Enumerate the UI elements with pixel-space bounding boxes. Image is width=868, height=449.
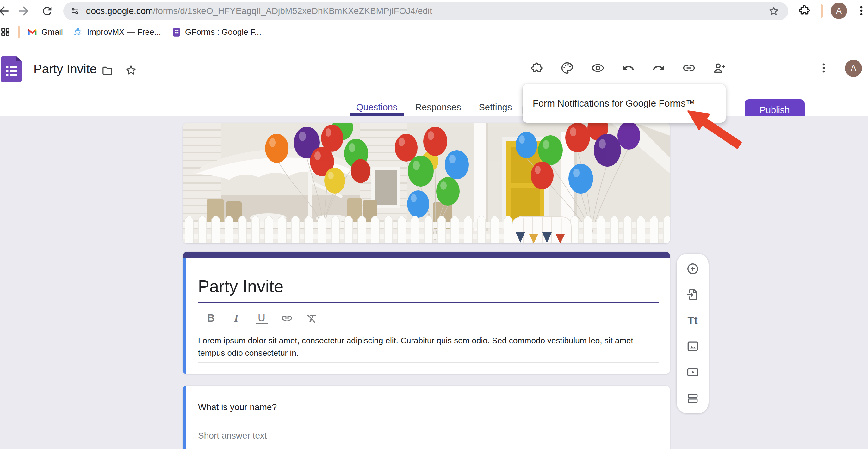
url-domain: docs.google.com (86, 6, 153, 16)
extensions-icon[interactable] (798, 3, 811, 18)
browser-toolbar: docs.google.com/forms/d/1skeO_HFYEagqIl_… (0, 0, 868, 22)
bookmark-gmail[interactable]: Gmail (27, 22, 63, 42)
forward-icon[interactable] (17, 4, 31, 18)
url-text: docs.google.com/forms/d/1skeO_HFYEagqIl_… (86, 6, 767, 16)
browser-menu-icon[interactable] (855, 4, 868, 18)
question-title[interactable]: What is your name? (198, 402, 277, 412)
account-avatar[interactable]: A (845, 60, 862, 77)
annotation-arrow-icon (680, 105, 747, 153)
format-toolbar: B I U (205, 311, 318, 325)
refresh-icon[interactable] (40, 4, 54, 18)
share-person-add-icon[interactable] (713, 61, 726, 75)
add-image-icon[interactable] (686, 339, 700, 353)
add-question-icon[interactable] (686, 262, 700, 276)
apps-grid-icon[interactable] (1, 27, 10, 37)
screen: docs.google.com/forms/d/1skeO_HFYEagqIl_… (0, 0, 868, 449)
short-answer-placeholder: Short answer text (198, 431, 267, 441)
undo-icon[interactable] (621, 61, 635, 75)
tab-responses[interactable]: Responses (414, 98, 462, 116)
card-theme-bar (183, 252, 670, 258)
selected-card-stripe (183, 386, 186, 449)
tune-icon[interactable] (70, 5, 81, 17)
url-path: /forms/d/1skeO_HFYEagqIl_ADjbM52xeDhKBmK… (153, 6, 432, 16)
addon-menu-item[interactable]: Form Notifications for Google Forms™ (523, 98, 695, 109)
title-underline (198, 302, 659, 303)
form-title-card[interactable]: Party Invite B I U Lorem ipsum dolor sit… (183, 252, 670, 374)
browser-avatar[interactable]: A (831, 3, 847, 19)
active-tab-underline (350, 113, 405, 116)
bookmark-label: Gmail (41, 27, 63, 37)
redo-icon[interactable] (652, 61, 665, 75)
add-section-icon[interactable] (686, 391, 700, 405)
italic-button[interactable]: I (230, 311, 242, 325)
google-forms-logo-icon[interactable] (1, 56, 22, 82)
addons-puzzle-icon[interactable] (530, 61, 544, 75)
selected-card-stripe (183, 258, 186, 374)
add-title-icon[interactable]: Tt (686, 314, 700, 328)
document-title[interactable]: Party Invite (34, 62, 97, 76)
bookmark-label: ImprovMX — Free... (87, 27, 161, 37)
form-description[interactable]: Lorem ipsum dolor sit amet, consectetur … (198, 334, 644, 359)
gforms-doc-icon (172, 28, 181, 37)
tab-questions[interactable]: Questions (355, 98, 399, 116)
preview-eye-icon[interactable] (591, 61, 605, 75)
move-folder-icon[interactable] (101, 64, 115, 78)
balloons-photo (183, 123, 670, 244)
bookmark-star-icon[interactable] (767, 5, 780, 18)
forms-menu-kebab-icon[interactable] (817, 61, 831, 75)
profile-divider (820, 4, 823, 18)
add-video-icon[interactable] (686, 365, 700, 379)
back-icon[interactable] (0, 4, 11, 18)
form-banner-image (183, 123, 670, 244)
gmail-icon (27, 28, 37, 36)
bold-button[interactable]: B (205, 311, 217, 325)
import-questions-icon[interactable] (686, 288, 700, 302)
clear-formatting-button[interactable] (306, 311, 318, 325)
bookmark-improvmx[interactable]: ImprovMX — Free... (73, 22, 161, 42)
customize-theme-icon[interactable] (560, 61, 574, 75)
bookmarks-bar: Gmail ImprovMX — Free... (0, 22, 868, 42)
form-editor-canvas: Party Invite B I U Lorem ipsum dolor sit… (0, 116, 868, 449)
copy-link-icon[interactable] (682, 61, 696, 75)
tab-settings[interactable]: Settings (477, 98, 513, 116)
bookmarks-divider (18, 26, 20, 38)
bookmark-label: GForms : Google F... (185, 27, 261, 37)
short-answer-line (198, 445, 427, 445)
address-bar[interactable]: docs.google.com/forms/d/1skeO_HFYEagqIl_… (63, 2, 788, 20)
question-card[interactable]: What is your name? Short answer text (183, 386, 670, 449)
bookmark-gforms[interactable]: GForms : Google F... (172, 22, 261, 42)
underline-button[interactable]: U (256, 312, 268, 324)
description-underline (198, 362, 659, 363)
form-title-input[interactable]: Party Invite (198, 276, 283, 296)
insert-link-button[interactable] (281, 311, 293, 325)
floating-action-toolbar: Tt (677, 254, 709, 413)
improvmx-ship-icon (73, 27, 83, 37)
star-icon[interactable] (124, 63, 138, 77)
